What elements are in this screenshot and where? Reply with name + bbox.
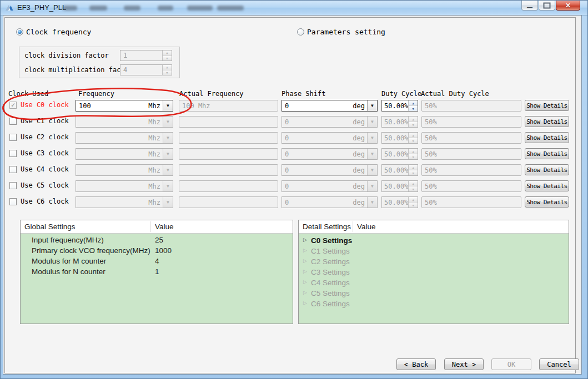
actual-duty-cycle-field: 50% xyxy=(421,100,521,112)
header-actual-frequency: Actual Frequency xyxy=(179,90,244,98)
show-details-button[interactable]: Show Details xyxy=(525,116,569,127)
chevron-down-icon: ▼ xyxy=(367,149,377,159)
duty-cycle-spinner[interactable]: 50.00%▲▼ xyxy=(381,100,418,112)
multiplication-factor-label: clock multiplication factor xyxy=(24,66,133,74)
cancel-button[interactable]: Cancel xyxy=(539,358,579,370)
global-settings-value-header: Value xyxy=(155,220,174,233)
use-clock-label: Use C0 clock xyxy=(21,101,69,109)
frequency-unit: Mhz xyxy=(148,166,163,174)
frequency-unit: Mhz xyxy=(148,134,163,142)
header-clock-used: Clock Used xyxy=(8,90,48,98)
header-phase-shift: Phase Shift xyxy=(282,90,325,98)
use-clock-label: Use C5 clock xyxy=(21,181,69,189)
clock-row: Use C5 clockMhz▼0deg▼50.00%▲▼50%Show Det… xyxy=(1,180,588,193)
setting-name: Input frequency(MHz) xyxy=(32,236,104,244)
global-settings-header: Global Settings Value xyxy=(21,220,293,234)
use-clock-checkbox[interactable] xyxy=(9,150,17,157)
show-details-button[interactable]: Show Details xyxy=(525,164,569,175)
detail-settings-item[interactable]: ▷C0 Settings xyxy=(299,236,569,246)
actual-duty-cycle-field: 50% xyxy=(421,180,521,192)
show-details-button[interactable]: Show Details xyxy=(525,132,569,143)
use-clock-checkbox[interactable] xyxy=(9,118,17,125)
chevron-down-icon: ▼ xyxy=(367,181,377,191)
global-settings-table: Global Settings Value Input frequency(MH… xyxy=(20,220,293,324)
frequency-combo[interactable]: 100Mhz▼ xyxy=(76,100,173,112)
radio-clock-frequency[interactable] xyxy=(16,28,23,36)
phase-shift-unit: deg xyxy=(353,199,367,206)
use-clock-checkbox[interactable] xyxy=(9,134,17,141)
use-clock-label: Use C2 clock xyxy=(21,133,69,141)
chevron-down-icon[interactable]: ▼ xyxy=(367,100,377,111)
chevron-down-icon[interactable]: ▼ xyxy=(163,100,173,111)
detail-settings-value-header: Value xyxy=(357,220,376,233)
setting-value: 4 xyxy=(155,257,159,265)
actual-duty-cycle-field: 50% xyxy=(421,116,521,128)
use-clock-checkbox[interactable] xyxy=(9,166,17,173)
phase-shift-combo: 0deg▼ xyxy=(282,180,378,192)
duty-cycle-spinner: 50.00%▲▼ xyxy=(381,164,418,176)
chevron-down-icon: ▼ xyxy=(163,165,173,175)
phase-shift-combo[interactable]: 0deg▼ xyxy=(282,100,378,112)
phase-shift-unit: deg xyxy=(353,183,367,190)
tree-expander-icon: ▷ xyxy=(303,258,307,264)
phase-shift-unit: deg xyxy=(353,150,367,158)
detail-settings-item-label: C1 Settings xyxy=(311,247,350,255)
duty-cycle-value: 50.00% xyxy=(382,134,408,142)
setting-value: 1000 xyxy=(155,246,172,255)
frequency-combo: Mhz▼ xyxy=(76,180,173,192)
actual-frequency-field xyxy=(179,132,278,144)
spinner-arrows-icon: ▲▼ xyxy=(408,197,418,208)
global-settings-row: Input frequency(MHz)25 xyxy=(21,235,293,246)
radio-parameters-setting[interactable] xyxy=(297,28,304,36)
duty-cycle-value: 50.00% xyxy=(382,102,408,110)
clock-row: Use C3 clockMhz▼0deg▼50.00%▲▼50%Show Det… xyxy=(1,148,588,160)
show-details-button[interactable]: Show Details xyxy=(525,196,569,208)
detail-settings-item: ▷C5 Settings xyxy=(299,289,569,299)
back-button[interactable]: < Back xyxy=(396,358,436,370)
duty-cycle-spinner: 50.00%▲▼ xyxy=(381,148,418,160)
phase-shift-value: 0 xyxy=(282,150,353,158)
spinner-arrows-icon[interactable]: ▲▼ xyxy=(408,100,418,111)
frequency-combo: Mhz▼ xyxy=(76,116,173,128)
multiplication-factor-spinbox: 4 ▲▼ xyxy=(120,64,172,75)
division-factor-value: 1 xyxy=(120,52,162,59)
duty-cycle-value: 50.00% xyxy=(382,183,408,190)
setting-name: Primary clock VCO frequency(MHz) xyxy=(32,246,150,255)
use-clock-checkbox[interactable] xyxy=(9,182,17,189)
detail-settings-title: Detail Settings xyxy=(303,220,351,233)
use-clock-label: Use C6 clock xyxy=(21,198,69,205)
tree-expander-icon: ▷ xyxy=(303,247,307,253)
tree-expander-icon[interactable]: ▷ xyxy=(303,237,307,242)
frequency-unit: Mhz xyxy=(148,118,163,126)
global-settings-row: Modulus for M counter4 xyxy=(21,256,293,267)
phase-shift-combo: 0deg▼ xyxy=(282,132,378,144)
dialog-window: EF3_PHY_PLL — ✕ Clock frequency Paramete… xyxy=(0,0,588,379)
duty-cycle-spinner: 50.00%▲▼ xyxy=(381,132,418,144)
phase-shift-unit: deg xyxy=(353,102,367,110)
detail-settings-item: ▷C3 Settings xyxy=(299,267,569,278)
chevron-down-icon: ▼ xyxy=(163,181,173,191)
phase-shift-unit: deg xyxy=(353,134,367,142)
next-button[interactable]: Next > xyxy=(444,358,484,370)
chevron-down-icon: ▼ xyxy=(367,197,377,208)
show-details-button[interactable]: Show Details xyxy=(525,100,569,111)
spinner-arrows-icon: ▲▼ xyxy=(408,149,418,159)
use-clock-checkbox[interactable] xyxy=(9,198,17,205)
frequency-combo: Mhz▼ xyxy=(76,132,173,144)
frequency-value: 100 xyxy=(76,102,148,110)
duty-cycle-spinner: 50.00%▲▼ xyxy=(381,116,418,128)
phase-shift-combo: 0deg▼ xyxy=(282,196,378,208)
use-clock-checkbox[interactable]: ✓ xyxy=(9,102,17,109)
spinner-arrows-icon: ▲▼ xyxy=(162,65,172,75)
actual-frequency-field xyxy=(179,164,278,176)
show-details-button[interactable]: Show Details xyxy=(525,148,569,159)
chevron-down-icon: ▼ xyxy=(367,133,377,143)
header-duty-cycle: Duty Cycle xyxy=(381,90,421,98)
setting-name: Modulus for N counter xyxy=(32,267,105,276)
division-factor-label: clock division factor xyxy=(24,52,109,59)
detail-settings-item: ▷C1 Settings xyxy=(299,246,569,257)
show-details-button[interactable]: Show Details xyxy=(525,180,569,191)
global-settings-row: Primary clock VCO frequency(MHz)1000 xyxy=(21,246,293,256)
clock-row: Use C6 clockMhz▼0deg▼50.00%▲▼50%Show Det… xyxy=(1,196,588,209)
phase-shift-value: 0 xyxy=(282,166,353,174)
